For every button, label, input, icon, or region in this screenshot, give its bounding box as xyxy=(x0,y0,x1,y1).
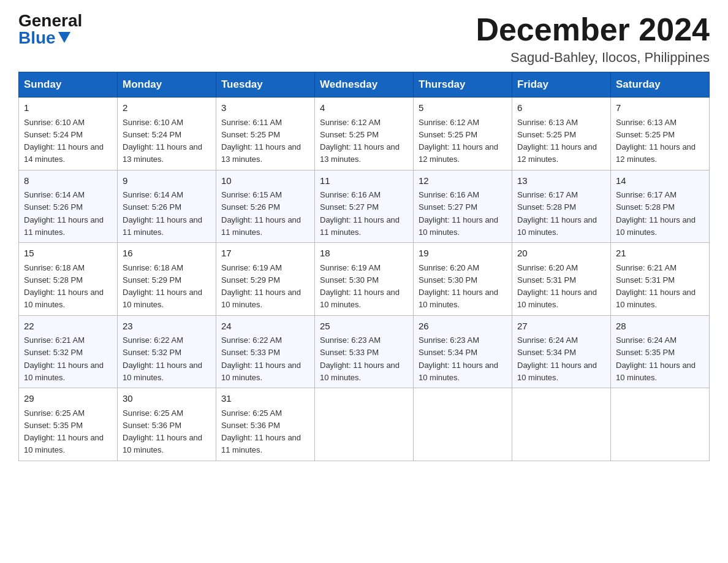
calendar-day-cell: 22 Sunrise: 6:21 AMSunset: 5:32 PMDaylig… xyxy=(19,315,118,388)
calendar-day-cell: 4 Sunrise: 6:12 AMSunset: 5:25 PMDayligh… xyxy=(315,98,414,170)
empty-cell xyxy=(611,388,710,461)
calendar-day-cell: 14 Sunrise: 6:17 AMSunset: 5:28 PMDaylig… xyxy=(611,170,710,243)
weekday-header-tuesday: Tuesday xyxy=(216,72,315,98)
page-header: General Blue December 2024 Sagud-Bahley,… xyxy=(18,12,710,66)
day-info: Sunrise: 6:22 AMSunset: 5:33 PMDaylight:… xyxy=(221,335,301,382)
day-number: 16 xyxy=(123,247,211,261)
calendar-day-cell: 23 Sunrise: 6:22 AMSunset: 5:32 PMDaylig… xyxy=(118,315,216,388)
calendar-table: SundayMondayTuesdayWednesdayThursdayFrid… xyxy=(18,72,710,461)
day-number: 25 xyxy=(320,320,408,334)
logo-blue-text: Blue xyxy=(18,29,70,47)
calendar-day-cell: 31 Sunrise: 6:25 AMSunset: 5:36 PMDaylig… xyxy=(216,388,315,461)
weekday-header-friday: Friday xyxy=(512,72,611,98)
calendar-day-cell: 3 Sunrise: 6:11 AMSunset: 5:25 PMDayligh… xyxy=(216,98,315,170)
day-number: 24 xyxy=(221,320,309,334)
calendar-day-cell: 25 Sunrise: 6:23 AMSunset: 5:33 PMDaylig… xyxy=(315,315,414,388)
calendar-day-cell: 7 Sunrise: 6:13 AMSunset: 5:25 PMDayligh… xyxy=(611,98,710,170)
calendar-day-cell: 5 Sunrise: 6:12 AMSunset: 5:25 PMDayligh… xyxy=(414,98,512,170)
calendar-day-cell: 16 Sunrise: 6:18 AMSunset: 5:29 PMDaylig… xyxy=(118,243,216,316)
day-number: 4 xyxy=(320,101,408,115)
calendar-day-cell: 29 Sunrise: 6:25 AMSunset: 5:35 PMDaylig… xyxy=(19,388,118,461)
day-info: Sunrise: 6:14 AMSunset: 5:26 PMDaylight:… xyxy=(24,190,104,237)
day-number: 13 xyxy=(517,174,605,188)
calendar-day-cell: 30 Sunrise: 6:25 AMSunset: 5:36 PMDaylig… xyxy=(118,388,216,461)
calendar-day-cell: 27 Sunrise: 6:24 AMSunset: 5:34 PMDaylig… xyxy=(512,315,611,388)
weekday-header-row: SundayMondayTuesdayWednesdayThursdayFrid… xyxy=(19,72,710,98)
day-number: 28 xyxy=(616,320,704,334)
calendar-day-cell: 13 Sunrise: 6:17 AMSunset: 5:28 PMDaylig… xyxy=(512,170,611,243)
day-number: 2 xyxy=(123,101,211,115)
calendar-week-row: 8 Sunrise: 6:14 AMSunset: 5:26 PMDayligh… xyxy=(19,170,710,243)
day-info: Sunrise: 6:25 AMSunset: 5:36 PMDaylight:… xyxy=(123,408,202,455)
calendar-week-row: 29 Sunrise: 6:25 AMSunset: 5:35 PMDaylig… xyxy=(19,388,710,461)
day-info: Sunrise: 6:14 AMSunset: 5:26 PMDaylight:… xyxy=(123,190,202,237)
day-info: Sunrise: 6:19 AMSunset: 5:30 PMDaylight:… xyxy=(320,263,400,310)
day-number: 18 xyxy=(320,247,408,261)
day-info: Sunrise: 6:13 AMSunset: 5:25 PMDaylight:… xyxy=(616,118,696,164)
logo-general-text: General xyxy=(18,12,82,29)
calendar-day-cell: 20 Sunrise: 6:20 AMSunset: 5:31 PMDaylig… xyxy=(512,243,611,316)
calendar-day-cell: 26 Sunrise: 6:23 AMSunset: 5:34 PMDaylig… xyxy=(414,315,512,388)
day-number: 17 xyxy=(221,247,309,261)
day-number: 6 xyxy=(517,101,605,115)
calendar-week-row: 22 Sunrise: 6:21 AMSunset: 5:32 PMDaylig… xyxy=(19,315,710,388)
day-number: 27 xyxy=(517,320,605,334)
day-info: Sunrise: 6:17 AMSunset: 5:28 PMDaylight:… xyxy=(517,190,597,237)
day-number: 29 xyxy=(24,392,112,406)
calendar-day-cell: 24 Sunrise: 6:22 AMSunset: 5:33 PMDaylig… xyxy=(216,315,315,388)
day-info: Sunrise: 6:24 AMSunset: 5:34 PMDaylight:… xyxy=(517,335,597,382)
day-number: 14 xyxy=(616,174,704,188)
day-info: Sunrise: 6:15 AMSunset: 5:26 PMDaylight:… xyxy=(221,190,301,237)
day-number: 31 xyxy=(221,392,309,406)
month-title: December 2024 xyxy=(476,12,710,47)
day-info: Sunrise: 6:17 AMSunset: 5:28 PMDaylight:… xyxy=(616,190,696,237)
calendar-day-cell: 12 Sunrise: 6:16 AMSunset: 5:27 PMDaylig… xyxy=(414,170,512,243)
calendar-day-cell: 10 Sunrise: 6:15 AMSunset: 5:26 PMDaylig… xyxy=(216,170,315,243)
day-info: Sunrise: 6:18 AMSunset: 5:28 PMDaylight:… xyxy=(24,263,104,310)
calendar-day-cell: 11 Sunrise: 6:16 AMSunset: 5:27 PMDaylig… xyxy=(315,170,414,243)
day-number: 1 xyxy=(24,101,112,115)
day-info: Sunrise: 6:10 AMSunset: 5:24 PMDaylight:… xyxy=(123,118,202,164)
day-number: 19 xyxy=(419,247,507,261)
day-number: 5 xyxy=(419,101,507,115)
day-info: Sunrise: 6:25 AMSunset: 5:36 PMDaylight:… xyxy=(221,408,301,455)
empty-cell xyxy=(512,388,611,461)
calendar-week-row: 15 Sunrise: 6:18 AMSunset: 5:28 PMDaylig… xyxy=(19,243,710,316)
calendar-day-cell: 8 Sunrise: 6:14 AMSunset: 5:26 PMDayligh… xyxy=(19,170,118,243)
day-number: 30 xyxy=(123,392,211,406)
empty-cell xyxy=(315,388,414,461)
day-number: 15 xyxy=(24,247,112,261)
day-info: Sunrise: 6:20 AMSunset: 5:31 PMDaylight:… xyxy=(517,263,597,310)
empty-cell xyxy=(414,388,512,461)
day-info: Sunrise: 6:20 AMSunset: 5:30 PMDaylight:… xyxy=(419,263,498,310)
day-number: 21 xyxy=(616,247,704,261)
calendar-day-cell: 2 Sunrise: 6:10 AMSunset: 5:24 PMDayligh… xyxy=(118,98,216,170)
day-info: Sunrise: 6:13 AMSunset: 5:25 PMDaylight:… xyxy=(517,118,597,164)
day-info: Sunrise: 6:22 AMSunset: 5:32 PMDaylight:… xyxy=(123,335,202,382)
calendar-week-row: 1 Sunrise: 6:10 AMSunset: 5:24 PMDayligh… xyxy=(19,98,710,170)
calendar-day-cell: 28 Sunrise: 6:24 AMSunset: 5:35 PMDaylig… xyxy=(611,315,710,388)
day-number: 10 xyxy=(221,174,309,188)
day-number: 26 xyxy=(419,320,507,334)
weekday-header-thursday: Thursday xyxy=(414,72,512,98)
day-info: Sunrise: 6:21 AMSunset: 5:31 PMDaylight:… xyxy=(616,263,696,310)
logo: General Blue xyxy=(18,12,82,47)
day-number: 11 xyxy=(320,174,408,188)
calendar-day-cell: 17 Sunrise: 6:19 AMSunset: 5:29 PMDaylig… xyxy=(216,243,315,316)
title-block: December 2024 Sagud-Bahley, Ilocos, Phil… xyxy=(476,12,710,66)
calendar-day-cell: 21 Sunrise: 6:21 AMSunset: 5:31 PMDaylig… xyxy=(611,243,710,316)
location-subtitle: Sagud-Bahley, Ilocos, Philippines xyxy=(476,50,710,66)
day-info: Sunrise: 6:18 AMSunset: 5:29 PMDaylight:… xyxy=(123,263,202,310)
day-info: Sunrise: 6:16 AMSunset: 5:27 PMDaylight:… xyxy=(320,190,400,237)
calendar-day-cell: 19 Sunrise: 6:20 AMSunset: 5:30 PMDaylig… xyxy=(414,243,512,316)
day-info: Sunrise: 6:21 AMSunset: 5:32 PMDaylight:… xyxy=(24,335,104,382)
calendar-day-cell: 6 Sunrise: 6:13 AMSunset: 5:25 PMDayligh… xyxy=(512,98,611,170)
calendar-day-cell: 9 Sunrise: 6:14 AMSunset: 5:26 PMDayligh… xyxy=(118,170,216,243)
day-info: Sunrise: 6:12 AMSunset: 5:25 PMDaylight:… xyxy=(419,118,498,164)
day-info: Sunrise: 6:16 AMSunset: 5:27 PMDaylight:… xyxy=(419,190,498,237)
day-number: 23 xyxy=(123,320,211,334)
day-number: 8 xyxy=(24,174,112,188)
day-info: Sunrise: 6:23 AMSunset: 5:34 PMDaylight:… xyxy=(419,335,498,382)
day-number: 3 xyxy=(221,101,309,115)
calendar-day-cell: 18 Sunrise: 6:19 AMSunset: 5:30 PMDaylig… xyxy=(315,243,414,316)
